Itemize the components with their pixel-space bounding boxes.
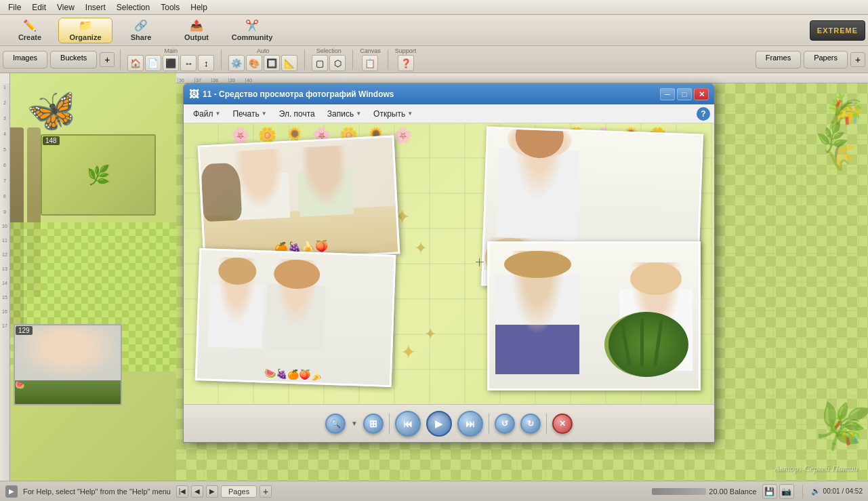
second-toolbar: Images Buckets + Main 🏠 📄 ⬛ ↔️ ↕️ Auto ⚙… bbox=[0, 46, 868, 73]
add-page-btn[interactable]: + bbox=[260, 485, 272, 498]
thumb1-label: 148 bbox=[43, 136, 60, 145]
menu-tools[interactable]: Tools bbox=[155, 1, 185, 14]
system-tray: 🔊 00:01 / 04:52 bbox=[811, 487, 863, 496]
dialog-titlebar: 🖼 11 - Средство просмотра фотографий Win… bbox=[184, 84, 714, 104]
menu-file[interactable]: File bbox=[3, 1, 26, 14]
nav-sep-1 bbox=[389, 414, 390, 434]
selection-group: Selection ▢ ⬡ bbox=[312, 47, 346, 71]
star-deco-3: ✦ bbox=[400, 341, 416, 363]
add-tab-btn[interactable]: + bbox=[100, 52, 115, 67]
output-btn[interactable]: 📤 Output bbox=[169, 18, 224, 43]
menu-insert[interactable]: Insert bbox=[80, 1, 111, 14]
papers-tab[interactable]: Papers bbox=[804, 51, 848, 68]
main-content: 🦋 🌿 148 🍉 129 1 2 3 4 5 6 bbox=[0, 73, 868, 481]
create-btn[interactable]: ✏️ Create bbox=[3, 18, 57, 43]
photo-viewer-dialog: 🖼 11 - Средство просмотра фотографий Win… bbox=[183, 83, 715, 443]
dialog-title-text: 11 - Средство просмотра фотографий Windo… bbox=[203, 89, 394, 99]
save-btn-2[interactable]: 📷 bbox=[779, 484, 794, 499]
thumb2-label: 129 bbox=[16, 326, 33, 335]
dialog-maximize-btn[interactable]: □ bbox=[677, 88, 692, 100]
dialog-help-btn[interactable]: ? bbox=[697, 107, 710, 121]
speaker-icon: 🔊 bbox=[811, 487, 821, 496]
rotate-right-btn[interactable]: ↻ bbox=[520, 414, 541, 434]
delete-btn[interactable]: ✕ bbox=[552, 414, 573, 434]
dialog-title-icon: 🖼 bbox=[189, 89, 199, 100]
support-icon-1[interactable]: ❓ bbox=[398, 55, 414, 71]
canvas-group: Canvas 📋 bbox=[360, 47, 381, 71]
status-icon: ▶ bbox=[5, 485, 18, 498]
save-buttons: 💾 📷 bbox=[762, 484, 794, 499]
dialog-minimize-btn[interactable]: ─ bbox=[660, 88, 675, 100]
dialog-menu-email[interactable]: Эл. почта bbox=[274, 108, 321, 120]
dialog-title-buttons: ─ □ ✕ bbox=[660, 88, 709, 100]
main-icon-4[interactable]: ↔️ bbox=[180, 55, 197, 71]
prev-btn[interactable]: ⏮ bbox=[395, 411, 421, 437]
community-btn[interactable]: ✂️ Community bbox=[225, 18, 279, 43]
support-group: Support ❓ bbox=[395, 47, 417, 71]
save-btn-1[interactable]: 💾 bbox=[762, 484, 777, 499]
frames-tab[interactable]: Frames bbox=[756, 51, 801, 68]
status-nav: |◀ ◀ ▶ Pages + bbox=[176, 485, 272, 498]
zoom-btn[interactable]: 🔍 bbox=[325, 414, 346, 434]
menu-view[interactable]: View bbox=[51, 1, 80, 14]
next-btn[interactable]: ⏭ bbox=[457, 411, 483, 437]
pages-label: Pages bbox=[221, 485, 257, 498]
rotate-left-btn[interactable]: ↺ bbox=[495, 414, 515, 434]
photo-kids-fruit: 🍊🍇🍌🍑 bbox=[198, 136, 400, 264]
watermark: Автор: Сергей Патин bbox=[774, 463, 858, 474]
dialog-menu-record[interactable]: Запись ▼ bbox=[322, 108, 367, 120]
sel-icon-1[interactable]: ▢ bbox=[312, 55, 328, 71]
flower-deco-1: 🌸 bbox=[231, 127, 249, 144]
auto-icon-1[interactable]: ⚙️ bbox=[228, 55, 245, 71]
fit-btn[interactable]: ⊞ bbox=[363, 414, 384, 434]
nav-first-btn[interactable]: |◀ bbox=[176, 485, 188, 498]
sel-icon-2[interactable]: ⬡ bbox=[329, 55, 346, 71]
dialog-content: 🌸 🌼 🌻 🌸 🌼 🌻 🌸 🌼 🌻 🌸 🌼 ✦ ✦ ✦ ✦ bbox=[184, 123, 714, 404]
auto-icon-2[interactable]: 🎨 bbox=[246, 55, 262, 71]
photo-baby-fruit: 🍉🍇🍊🍑🍌 bbox=[195, 248, 396, 387]
dialog-menubar: Файл ▼ Печать ▼ Эл. почта Запись ▼ Откры… bbox=[184, 104, 714, 123]
dialog-close-btn[interactable]: ✕ bbox=[694, 88, 709, 100]
menu-bar: File Edit View Insert Selection Tools He… bbox=[0, 0, 868, 15]
images-tab[interactable]: Images bbox=[3, 51, 47, 68]
zoom-dropdown[interactable]: ▼ bbox=[351, 420, 358, 427]
dialog-menu-print[interactable]: Печать ▼ bbox=[227, 108, 272, 120]
nav-sep-2 bbox=[489, 414, 489, 434]
main-group: Main 🏠 📄 ⬛ ↔️ ↕️ bbox=[127, 47, 214, 71]
share-btn[interactable]: 🔗 Share bbox=[114, 18, 168, 43]
main-icon-5[interactable]: ↕️ bbox=[198, 55, 214, 71]
thumbnail-1[interactable]: 🌿 148 bbox=[41, 134, 156, 216]
ruler-horizontal: 36 37 38 39 40 bbox=[176, 73, 868, 83]
auto-icon-4[interactable]: 📐 bbox=[281, 55, 297, 71]
ruler-vertical: 1 2 3 4 5 6 7 8 9 10 11 12 13 14 15 16 1… bbox=[0, 73, 10, 481]
main-icon-3[interactable]: ⬛ bbox=[163, 55, 179, 71]
main-icon-2[interactable]: 📄 bbox=[145, 55, 161, 71]
balance-label: 20.00 Balance bbox=[709, 487, 756, 496]
canvas-icon-1[interactable]: 📋 bbox=[362, 55, 378, 71]
nav-sep-3 bbox=[546, 414, 547, 434]
buckets-tab[interactable]: Buckets bbox=[50, 51, 97, 68]
organize-btn[interactable]: 📁 Organize bbox=[58, 18, 112, 43]
status-sep bbox=[802, 485, 803, 498]
dialog-nav-toolbar: 🔍 ▼ ⊞ ⏮ ▶ ⏭ bbox=[184, 404, 714, 442]
play-btn[interactable]: ▶ bbox=[426, 411, 452, 437]
dialog-menu-file[interactable]: Файл ▼ bbox=[188, 108, 226, 120]
menu-selection[interactable]: Selection bbox=[111, 1, 155, 14]
menu-edit[interactable]: Edit bbox=[26, 1, 51, 14]
balance-info: 20.00 Balance bbox=[652, 487, 756, 496]
right-deco-2: 🌾 bbox=[823, 140, 859, 174]
dialog-menu-open[interactable]: Открыть ▼ bbox=[368, 108, 418, 120]
star-deco-2: ✦ bbox=[414, 239, 428, 258]
top-toolbar: ✏️ Create 📁 Organize 🔗 Share 📤 Output ✂️… bbox=[0, 15, 868, 46]
nav-next-btn[interactable]: ▶ bbox=[206, 485, 218, 498]
auto-icon-3[interactable]: 🔲 bbox=[264, 55, 280, 71]
thumbnail-2[interactable]: 🍉 129 bbox=[14, 324, 122, 405]
menu-help[interactable]: Help bbox=[185, 1, 213, 14]
add-papers-btn[interactable]: + bbox=[850, 52, 865, 67]
extreme-btn[interactable]: EXTREME bbox=[810, 20, 865, 41]
flower-deco-7: 🌸 bbox=[394, 127, 412, 144]
nav-prev-btn[interactable]: ◀ bbox=[191, 485, 203, 498]
photo-baby-watermelon bbox=[487, 241, 701, 390]
status-bar: ▶ For Help, select "Help" from the "Help… bbox=[0, 481, 868, 501]
main-icon-1[interactable]: 🏠 bbox=[127, 55, 144, 71]
